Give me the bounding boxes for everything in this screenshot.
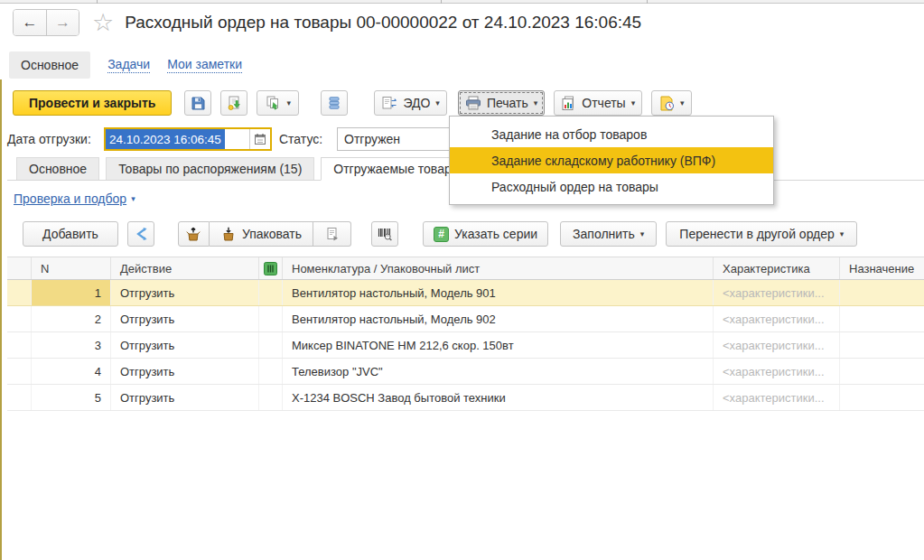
cell-item[interactable]: X-1234 BOSCH Завод бытовой техники (283, 385, 714, 410)
pack-button-group: Упаковать (178, 221, 351, 247)
form-modified-border (0, 79, 2, 560)
cell-destination[interactable] (840, 280, 924, 305)
cell-action[interactable]: Отгрузить (111, 385, 259, 410)
calendar-button[interactable] (249, 129, 270, 149)
column-header-item[interactable]: Номенклатура / Упаковочный лист (283, 257, 714, 279)
status-value: Отгружен (344, 132, 400, 146)
back-button[interactable]: ← (14, 10, 46, 35)
table-row[interactable]: 1 Отгрузить Вентилятор настольный, Модел… (7, 280, 924, 306)
cell-destination[interactable] (840, 385, 924, 410)
chevron-down-icon: ▾ (287, 98, 292, 107)
save-button[interactable] (184, 90, 211, 116)
table-row[interactable]: 3 Отгрузить Миксер BINATONE HM 212,6 ско… (7, 332, 924, 359)
add-button[interactable]: Добавить (23, 221, 118, 247)
table-row[interactable]: 5 Отгрузить X-1234 BOSCH Завод бытовой т… (7, 385, 924, 411)
open-box-up-arrow-icon (185, 227, 201, 241)
cell-item[interactable]: Вентилятор настольный, Модель 902 (283, 306, 714, 331)
print-button-label: Печать (487, 96, 528, 110)
cell-n[interactable]: 4 (32, 359, 111, 384)
calendar-icon (254, 133, 266, 145)
document-clock-icon (659, 96, 675, 111)
cell-item[interactable]: Миксер BINATONE HM 212,6 скор. 150вт (283, 332, 714, 358)
print-button[interactable]: Печать ▾ (458, 90, 545, 116)
cell-action[interactable]: Отгрузить (111, 359, 259, 384)
cell-characteristic[interactable]: <характеристики... (714, 332, 840, 358)
cell-characteristic[interactable]: <характеристики... (714, 306, 840, 331)
transfer-order-button[interactable]: Перенести в другой ордер ▾ (666, 221, 857, 247)
post-document-button[interactable] (220, 90, 247, 116)
cell-n[interactable]: 2 (32, 306, 111, 331)
print-dropdown-menu: Задание на отбор товаров Задание складск… (449, 116, 774, 205)
favorites-star-icon[interactable]: ☆ (92, 11, 114, 35)
reports-button[interactable]: Отчеты ▾ (554, 90, 642, 116)
row-marker-column-header (7, 257, 32, 279)
cell-n[interactable]: 1 (32, 280, 111, 305)
cell-destination[interactable] (840, 306, 924, 331)
list-structure-icon (327, 96, 341, 110)
ship-date-input[interactable]: 24.10.2023 16:06:45 (104, 127, 272, 151)
column-header-action[interactable]: Действие (111, 257, 259, 279)
chevron-down-icon: ▾ (131, 194, 135, 203)
tab-separator (647, 0, 648, 4)
cell-item[interactable]: Вентилятор настольный, Модель 901 (283, 280, 714, 305)
barcode-button[interactable] (371, 221, 398, 247)
nav-item-tasks[interactable]: Задачи (107, 57, 150, 73)
forward-button[interactable]: → (46, 10, 79, 35)
create-based-on-button[interactable]: ▾ (257, 90, 299, 116)
deadline-button[interactable]: ▾ (651, 90, 692, 116)
check-and-pick-link[interactable]: Проверка и подбор (14, 191, 126, 206)
cell-action[interactable]: Отгрузить (111, 332, 259, 358)
cell-destination[interactable] (840, 359, 924, 384)
table-row[interactable]: 2 Отгрузить Вентилятор настольный, Модел… (7, 306, 924, 332)
chevron-down-icon: ▾ (534, 98, 538, 107)
transfer-order-label: Перенести в другой ордер (679, 227, 834, 241)
ship-date-value: 24.10.2023 16:06:45 (106, 129, 225, 149)
fill-button[interactable]: Заполнить ▾ (560, 221, 657, 247)
cell-characteristic[interactable]: <характеристики... (714, 359, 840, 384)
menu-item-pick-task[interactable]: Задание на отбор товаров (450, 121, 773, 147)
nav-item-notes[interactable]: Мои заметки (167, 57, 242, 73)
menu-item-goods-issue-order[interactable]: Расходный ордер на товары (450, 173, 773, 200)
create-based-on-icon (266, 96, 282, 111)
cell-n[interactable]: 3 (32, 332, 111, 358)
column-header-n[interactable]: N (32, 257, 111, 279)
cell-characteristic[interactable]: <характеристики... (714, 280, 840, 305)
commands-row: Проверка и подбор ▾ (14, 191, 135, 206)
cell-characteristic[interactable]: <характеристики... (714, 385, 840, 410)
edo-icon (381, 96, 397, 110)
chevron-down-icon: ▾ (680, 98, 685, 107)
split-row-button[interactable] (127, 221, 154, 247)
menu-item-warehouse-worker-task[interactable]: Задание складскому работнику (ВПФ) (450, 147, 773, 173)
tab-main[interactable]: Основное (16, 157, 99, 180)
status-label: Статус: (279, 132, 331, 146)
cell-destination[interactable] (840, 332, 924, 358)
edo-button[interactable]: ЭДО ▾ (374, 90, 447, 116)
pack-button[interactable]: Упаковать (210, 221, 313, 247)
post-document-icon (227, 96, 242, 111)
box-down-arrow-icon (220, 227, 237, 241)
form-header: ← → ☆ Расходный ордер на товары 00-00000… (13, 8, 641, 37)
register-records-button[interactable] (321, 90, 348, 116)
cell-item[interactable]: Телевизор "JVC" (283, 359, 714, 384)
packing-list-button[interactable] (313, 221, 351, 247)
nav-item-main[interactable]: Основное (9, 51, 90, 79)
tab-goods-by-orders[interactable]: Товары по распоряжениям (15) (106, 157, 314, 180)
column-header-characteristic[interactable]: Характеристика (714, 257, 840, 279)
tab-separator (97, 0, 98, 4)
table-row[interactable]: 4 Отгрузить Телевизор "JVC" <характерист… (7, 359, 924, 385)
chevron-down-icon: ▾ (840, 229, 845, 238)
specify-series-button[interactable]: # Указать серии (423, 221, 548, 247)
floppy-icon (191, 96, 206, 111)
cell-action[interactable]: Отгрузить (111, 306, 259, 331)
cell-action[interactable]: Отгрузить (111, 280, 259, 305)
column-header-series[interactable] (259, 257, 283, 279)
goods-table: N Действие Номенклатура / Упаковочный ли… (7, 257, 924, 411)
ship-date-label: Дата отгрузки: (7, 132, 98, 146)
column-header-destination[interactable]: Назначение (840, 257, 924, 279)
table-toolbar: Добавить Упаковать # Указать серии Запол… (23, 221, 857, 247)
post-and-close-button[interactable]: Провести и закрыть (13, 90, 172, 116)
packing-list-icon (325, 227, 340, 241)
report-chart-icon (561, 96, 576, 111)
unpack-button[interactable] (178, 221, 210, 247)
cell-n[interactable]: 5 (32, 385, 111, 410)
